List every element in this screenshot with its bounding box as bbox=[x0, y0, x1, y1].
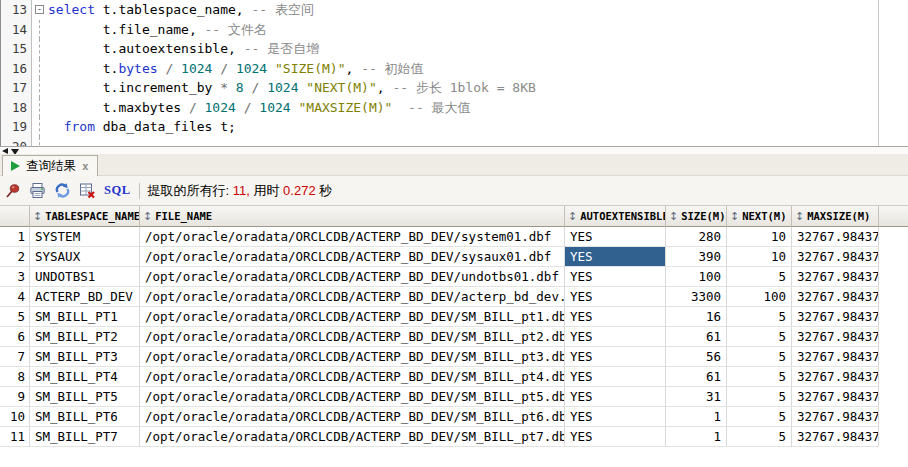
table-cell[interactable]: 16 bbox=[666, 307, 727, 327]
table-cell[interactable]: SM_BILL_PT2 bbox=[30, 327, 140, 347]
table-cell[interactable]: 1 bbox=[666, 407, 727, 427]
table-cell[interactable]: 32767.984375 bbox=[792, 267, 879, 287]
tab-close-icon[interactable]: x bbox=[82, 160, 89, 173]
column-header-next-m-[interactable]: ↕NEXT(M) bbox=[727, 206, 792, 227]
row-number-cell[interactable]: 3 bbox=[0, 267, 30, 287]
table-cell[interactable]: SYSAUX bbox=[30, 247, 140, 267]
table-cell[interactable]: SM_BILL_PT1 bbox=[30, 307, 140, 327]
table-cell[interactable]: 390 bbox=[666, 247, 727, 267]
table-cell[interactable]: YES bbox=[565, 427, 666, 447]
table-cell[interactable]: YES bbox=[565, 387, 666, 407]
table-cell[interactable]: /opt/oracle/oradata/ORCLCDB/ACTERP_BD_DE… bbox=[140, 247, 565, 267]
table-cell[interactable]: /opt/oracle/oradata/ORCLCDB/ACTERP_BD_DE… bbox=[140, 387, 565, 407]
table-cell[interactable]: 5 bbox=[727, 307, 792, 327]
row-number-cell[interactable]: 1 bbox=[0, 227, 30, 247]
row-number-cell[interactable]: 8 bbox=[0, 367, 30, 387]
table-cell[interactable]: YES bbox=[565, 287, 666, 307]
column-header-size-m-[interactable]: ↕SIZE(M) bbox=[666, 206, 727, 227]
table-cell[interactable]: /opt/oracle/oradata/ORCLCDB/ACTERP_BD_DE… bbox=[140, 347, 565, 367]
row-number-cell[interactable]: 10 bbox=[0, 407, 30, 427]
pin-icon[interactable] bbox=[4, 182, 21, 199]
table-cell[interactable]: SYSTEM bbox=[30, 227, 140, 247]
table-row: 3UNDOTBS1/opt/oracle/oradata/ORCLCDB/ACT… bbox=[0, 267, 908, 287]
code-text: t.bytes / 1024 / 1024 "SIZE(M)", -- 初始值 bbox=[47, 59, 424, 79]
table-cell[interactable]: 32767.984375 bbox=[792, 227, 879, 247]
sort-icon: ↕ bbox=[669, 210, 678, 223]
sql-editor[interactable]: 13-select t.tablespace_name, -- 表空间14 t.… bbox=[0, 0, 908, 146]
table-cell[interactable]: 1 bbox=[666, 427, 727, 447]
table-cell[interactable]: 5 bbox=[727, 427, 792, 447]
table-cell[interactable]: SM_BILL_PT3 bbox=[30, 347, 140, 367]
row-number-cell[interactable]: 9 bbox=[0, 387, 30, 407]
table-cell[interactable]: 5 bbox=[727, 387, 792, 407]
table-cell[interactable]: UNDOTBS1 bbox=[30, 267, 140, 287]
table-cell[interactable]: YES bbox=[565, 247, 666, 267]
table-cell[interactable]: 5 bbox=[727, 347, 792, 367]
table-cell[interactable]: 100 bbox=[666, 267, 727, 287]
table-cell[interactable]: 32767.984375 bbox=[792, 307, 879, 327]
fold-collapse-icon[interactable]: - bbox=[35, 5, 44, 14]
table-cell[interactable]: /opt/oracle/oradata/ORCLCDB/ACTERP_BD_DE… bbox=[140, 427, 565, 447]
column-header-maxsize-m-[interactable]: ↕MAXSIZE(M) bbox=[792, 206, 879, 227]
table-cell[interactable]: /opt/oracle/oradata/ORCLCDB/ACTERP_BD_DE… bbox=[140, 307, 565, 327]
table-cell[interactable]: YES bbox=[565, 407, 666, 427]
column-header-tablespace-name[interactable]: ↕TABLESPACE_NAME bbox=[30, 206, 140, 227]
table-cell[interactable]: 32767.984375 bbox=[792, 247, 879, 267]
table-cell[interactable]: 32767.984375 bbox=[792, 387, 879, 407]
delete-results-icon[interactable] bbox=[79, 182, 96, 199]
code-line-20: 20 bbox=[1, 137, 908, 147]
table-cell[interactable]: 32767.984375 bbox=[792, 407, 879, 427]
table-cell[interactable]: /opt/oracle/oradata/ORCLCDB/ACTERP_BD_DE… bbox=[140, 287, 565, 307]
table-cell[interactable]: 10 bbox=[727, 247, 792, 267]
column-header-file-name[interactable]: ↕FILE_NAME bbox=[140, 206, 565, 227]
table-cell[interactable]: 3300 bbox=[666, 287, 727, 307]
table-cell[interactable]: SM_BILL_PT5 bbox=[30, 387, 140, 407]
table-cell[interactable]: SM_BILL_PT4 bbox=[30, 367, 140, 387]
table-cell[interactable]: 5 bbox=[727, 267, 792, 287]
table-cell[interactable]: 100 bbox=[727, 287, 792, 307]
table-cell[interactable]: YES bbox=[565, 327, 666, 347]
table-cell[interactable]: YES bbox=[565, 307, 666, 327]
refresh-icon[interactable] bbox=[54, 182, 71, 199]
table-cell[interactable]: SM_BILL_PT6 bbox=[30, 407, 140, 427]
table-cell[interactable]: YES bbox=[565, 367, 666, 387]
table-cell[interactable]: YES bbox=[565, 267, 666, 287]
table-cell[interactable]: /opt/oracle/oradata/ORCLCDB/ACTERP_BD_DE… bbox=[140, 407, 565, 427]
row-number-cell[interactable]: 6 bbox=[0, 327, 30, 347]
print-icon[interactable] bbox=[29, 182, 46, 199]
row-number-cell[interactable]: 2 bbox=[0, 247, 30, 267]
sql-button[interactable]: SQL bbox=[104, 183, 131, 198]
row-number-cell[interactable]: 5 bbox=[0, 307, 30, 327]
table-cell[interactable]: /opt/oracle/oradata/ORCLCDB/ACTERP_BD_DE… bbox=[140, 367, 565, 387]
table-cell[interactable]: /opt/oracle/oradata/ORCLCDB/ACTERP_BD_DE… bbox=[140, 327, 565, 347]
table-cell[interactable]: /opt/oracle/oradata/ORCLCDB/ACTERP_BD_DE… bbox=[140, 267, 565, 287]
editor-results-splitter[interactable] bbox=[0, 146, 908, 154]
code-editor-lines[interactable]: 13-select t.tablespace_name, -- 表空间14 t.… bbox=[1, 0, 908, 146]
table-cell[interactable]: 32767.984375 bbox=[792, 327, 879, 347]
table-cell[interactable]: SM_BILL_PT7 bbox=[30, 427, 140, 447]
row-number-cell[interactable]: 4 bbox=[0, 287, 30, 307]
row-number-cell[interactable]: 11 bbox=[0, 427, 30, 447]
table-cell[interactable]: YES bbox=[565, 227, 666, 247]
table-cell[interactable]: 32767.984375 bbox=[792, 347, 879, 367]
table-cell[interactable]: YES bbox=[565, 347, 666, 367]
table-cell[interactable]: 61 bbox=[666, 367, 727, 387]
table-cell[interactable]: 5 bbox=[727, 407, 792, 427]
table-cell[interactable]: 32767.984375 bbox=[792, 427, 879, 447]
table-cell[interactable]: ACTERP_BD_DEV bbox=[30, 287, 140, 307]
table-cell[interactable]: 10 bbox=[727, 227, 792, 247]
table-cell[interactable]: 5 bbox=[727, 327, 792, 347]
table-cell[interactable]: /opt/oracle/oradata/ORCLCDB/ACTERP_BD_DE… bbox=[140, 227, 565, 247]
column-header-label: AUTOEXTENSIBLE bbox=[580, 210, 666, 222]
table-cell[interactable]: 280 bbox=[666, 227, 727, 247]
tab-query-result[interactable]: 查询结果 x bbox=[2, 155, 98, 176]
column-header-autoextensible[interactable]: ↕AUTOEXTENSIBLE bbox=[565, 206, 666, 227]
table-cell[interactable]: 32767.984375 bbox=[792, 287, 879, 307]
table-cell[interactable]: 32767.984375 bbox=[792, 367, 879, 387]
table-cell[interactable]: 5 bbox=[727, 367, 792, 387]
table-cell[interactable]: 31 bbox=[666, 387, 727, 407]
table-cell[interactable]: 61 bbox=[666, 327, 727, 347]
table-cell[interactable]: 56 bbox=[666, 347, 727, 367]
table-row: 6SM_BILL_PT2/opt/oracle/oradata/ORCLCDB/… bbox=[0, 327, 908, 347]
row-number-cell[interactable]: 7 bbox=[0, 347, 30, 367]
